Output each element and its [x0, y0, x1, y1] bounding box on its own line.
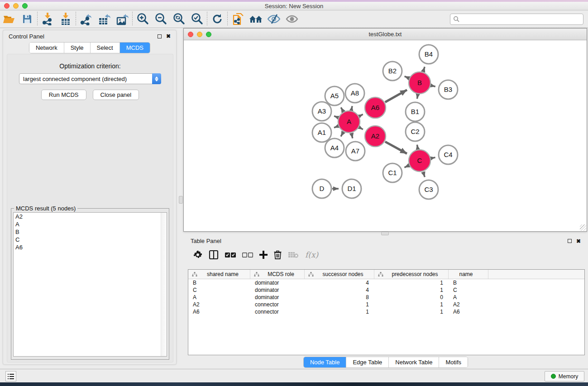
edge-A-A6[interactable] [359, 114, 363, 116]
table-cell: dominator [250, 280, 305, 286]
edge-A-A8[interactable] [351, 106, 352, 110]
search-input[interactable] [460, 15, 583, 24]
search-field[interactable] [450, 14, 583, 25]
export-table-icon[interactable] [95, 11, 113, 27]
close-panel-button[interactable]: Close panel [93, 90, 139, 100]
vertical-divider-grip[interactable] [179, 196, 183, 204]
task-history-button[interactable] [5, 371, 16, 381]
result-item[interactable]: B [14, 228, 167, 236]
network-canvas[interactable]: ABCA2A6A1A3A4A5A7A8B1B2B3B4C1C2C3C4DD1 [184, 40, 587, 231]
column-header-MCDS-role[interactable]: MCDS role [250, 270, 305, 279]
edge-B-B2[interactable] [405, 76, 409, 78]
tab-network-table[interactable]: Network Table [389, 357, 439, 367]
table-row[interactable]: A2connector11A2 [188, 301, 584, 308]
edge-B-B1[interactable] [417, 95, 418, 99]
tab-select[interactable]: Select [91, 43, 120, 53]
column-header-name[interactable]: name [449, 270, 488, 279]
toolbar-separator [132, 12, 133, 26]
unselect-all-columns-icon[interactable] [242, 252, 253, 258]
control-panel-tabs: NetworkStyleSelectMCDS [3, 42, 176, 53]
column-selector-icon[interactable] [209, 250, 219, 260]
table-cell: A6 [188, 309, 250, 315]
new-network-from-file-icon[interactable] [229, 11, 247, 27]
edge-C-C4[interactable] [431, 157, 435, 158]
hierarchy-icon [378, 272, 383, 277]
node-label-A6: A6 [371, 104, 379, 111]
zoom-selected-icon[interactable] [188, 11, 206, 27]
table-settings-gear-icon[interactable] [193, 250, 202, 259]
edge-A6-B[interactable] [385, 90, 407, 102]
export-image-icon[interactable] [113, 11, 131, 27]
delete-table-icon[interactable] [288, 251, 299, 258]
table-row[interactable]: Adominator80A [188, 294, 584, 301]
tab-node-table[interactable]: Node Table [304, 357, 347, 367]
edge-A-A7[interactable] [351, 133, 352, 138]
mcds-result-list[interactable]: A2ABCA6 [13, 212, 167, 357]
delete-column-icon[interactable] [274, 250, 282, 259]
column-header-predecessor-nodes[interactable]: predecessor nodes [374, 270, 449, 279]
table-cell: 4 [305, 280, 374, 286]
edge-B-B3[interactable] [431, 86, 435, 86]
select-all-columns-icon[interactable] [225, 252, 236, 258]
import-table-icon[interactable] [57, 11, 75, 27]
first-neighbors-icon[interactable] [247, 11, 265, 27]
tab-edge-table[interactable]: Edge Table [346, 357, 389, 367]
node-label-C1: C1 [388, 169, 397, 176]
export-network-icon[interactable] [77, 11, 95, 27]
import-network-icon[interactable] [38, 11, 57, 27]
memory-button[interactable]: Memory [545, 371, 584, 381]
edge-A2-C[interactable] [385, 142, 407, 153]
tab-mcds[interactable]: MCDS [120, 43, 150, 53]
criterion-dropdown[interactable]: largest connected component (directed) [19, 73, 161, 84]
edge-C-C3[interactable] [423, 172, 425, 177]
edge-A-A1[interactable] [334, 126, 338, 128]
network-window-titlebar[interactable]: testGlobe.txt [184, 29, 587, 40]
save-session-icon[interactable] [18, 11, 36, 27]
node-label-A3: A3 [318, 107, 326, 115]
open-file-icon[interactable] [0, 11, 18, 27]
window-resize-grip[interactable] [580, 224, 586, 231]
zoom-in-icon[interactable] [134, 11, 152, 27]
tab-motifs[interactable]: Motifs [439, 357, 468, 367]
edge-A-A4[interactable] [341, 132, 343, 137]
table-row[interactable]: Bdominator41B [188, 279, 584, 286]
edge-A-A3[interactable] [334, 116, 338, 117]
node-table[interactable]: shared nameMCDS rolesuccessor nodesprede… [188, 269, 585, 355]
node-label-C: C [417, 157, 422, 164]
edge-A-A2[interactable] [359, 128, 363, 129]
edge-B-B4[interactable] [423, 67, 425, 72]
float-panel-icon[interactable] [158, 34, 162, 38]
zoom-out-icon[interactable] [152, 11, 170, 27]
column-header-shared-name[interactable]: shared name [188, 270, 250, 279]
table-cell: A [449, 294, 488, 300]
table-header-row: shared nameMCDS rolesuccessor nodesprede… [188, 270, 584, 279]
hide-selected-icon[interactable] [265, 11, 283, 27]
horizontal-divider-grip[interactable] [381, 232, 389, 235]
table-tabs: Node TableEdge TableNetwork TableMotifs [183, 357, 588, 368]
function-builder-icon[interactable]: f(x) [305, 250, 318, 259]
zoom-fit-icon[interactable] [170, 11, 188, 27]
column-header-successor-nodes[interactable]: successor nodes [305, 270, 374, 279]
result-item[interactable]: A [14, 220, 167, 228]
table-row[interactable]: A6connector11A6 [188, 308, 584, 315]
window-titlebar[interactable]: Session: New Session [0, 2, 588, 10]
run-mcds-button[interactable]: Run MCDS [41, 90, 86, 100]
result-item[interactable]: C [14, 236, 167, 243]
node-label-A4: A4 [330, 144, 339, 152]
close-panel-icon[interactable]: ✖ [166, 33, 171, 39]
close-table-panel-icon[interactable]: ✖ [576, 238, 581, 244]
edge-C-C2[interactable] [417, 145, 418, 149]
node-label-D1: D1 [347, 185, 356, 192]
result-item[interactable]: A2 [14, 213, 167, 220]
tab-network[interactable]: Network [29, 43, 64, 53]
result-item[interactable]: A6 [14, 243, 167, 251]
tab-style[interactable]: Style [64, 43, 91, 53]
refresh-icon[interactable] [208, 11, 226, 27]
result-scrollbar[interactable] [161, 213, 167, 356]
edge-A-A5[interactable] [341, 107, 343, 111]
table-row[interactable]: Cdominator41C [188, 286, 584, 294]
edge-C-C1[interactable] [404, 166, 409, 167]
create-column-icon[interactable] [259, 251, 268, 259]
show-all-icon[interactable] [283, 11, 301, 27]
float-table-panel-icon[interactable] [568, 239, 572, 243]
